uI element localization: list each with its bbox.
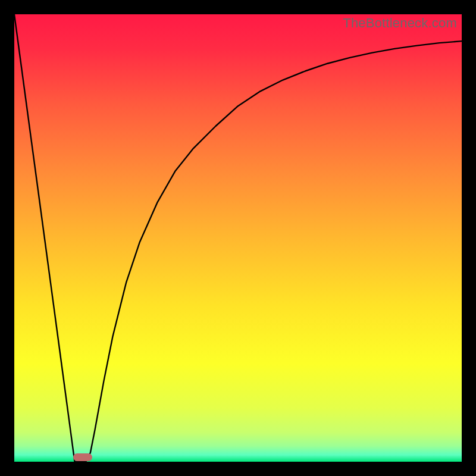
optimal-marker bbox=[73, 453, 92, 461]
chart-frame: TheBottleneck.com bbox=[0, 0, 476, 476]
plot-area: TheBottleneck.com bbox=[14, 14, 462, 462]
bottleneck-curve bbox=[14, 14, 462, 462]
